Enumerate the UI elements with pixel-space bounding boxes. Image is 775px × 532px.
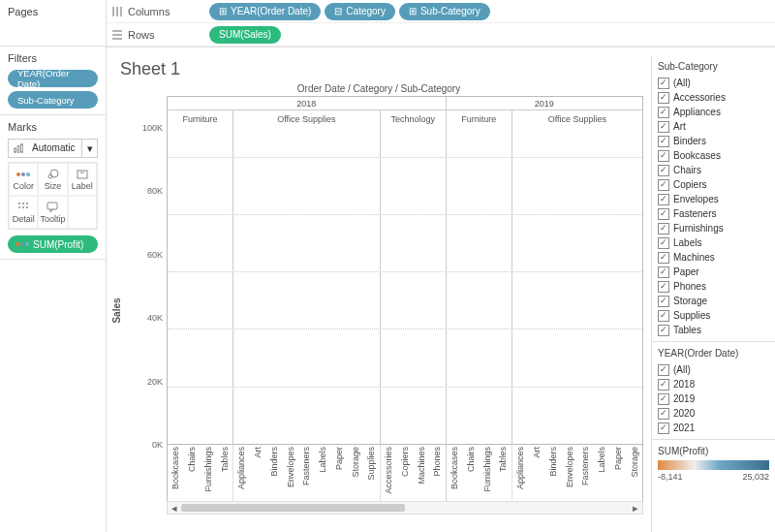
checkbox-icon [658, 208, 669, 220]
profit-gradient[interactable] [658, 460, 769, 470]
rows-shelf[interactable]: Rows SUM(Sales) [107, 23, 775, 47]
checkbox-icon [658, 165, 669, 176]
color-dots-icon [16, 242, 29, 246]
mark-type-dropdown[interactable]: Automatic ▾ [8, 139, 98, 158]
mark-label[interactable]: Label [68, 163, 97, 196]
checkbox-icon [658, 107, 669, 118]
checkbox-icon [658, 364, 669, 376]
filter-checkbox[interactable]: 2020 [658, 406, 769, 421]
filter-checkbox[interactable]: 2018 [658, 377, 769, 391]
row-pill[interactable]: SUM(Sales) [209, 26, 281, 44]
filter-checkbox[interactable]: 2019 [658, 391, 769, 406]
mark-size[interactable]: Size [38, 163, 67, 196]
checkbox-icon [658, 194, 669, 205]
shelves: Columns ⊞YEAR(Order Date)⊟Category⊞Sub-C… [107, 0, 775, 47]
filter-checkbox[interactable]: Supplies [658, 308, 769, 323]
sheet-title[interactable]: Sheet 1 [107, 47, 651, 81]
columns-shelf[interactable]: Columns ⊞YEAR(Order Date)⊟Category⊞Sub-C… [107, 0, 775, 23]
filter-checkbox[interactable]: Storage [658, 294, 769, 308]
svg-point-18 [26, 206, 28, 208]
checkbox-icon [658, 281, 669, 293]
left-panel: Pages Filters YEAR(Order Date)Sub-Catego… [0, 0, 107, 532]
category-header: Office Supplies [233, 110, 381, 128]
filter-checkbox[interactable]: Accessories [658, 90, 769, 105]
y-tick: 60K [147, 250, 163, 260]
filter-checkbox[interactable]: Tables [658, 323, 769, 337]
checkbox-icon [658, 266, 669, 278]
checkbox-icon [658, 296, 669, 307]
checkbox-icon [658, 150, 669, 162]
scroll-right-icon[interactable]: ▸ [629, 502, 642, 515]
pages-title: Pages [8, 6, 98, 17]
filter-checkbox[interactable]: Appliances [658, 105, 769, 119]
filter-checkbox[interactable]: Fasteners [658, 206, 769, 221]
mark-detail[interactable]: Detail [9, 196, 38, 229]
y-tick: 20K [147, 377, 163, 387]
profit-legend-title: SUM(Profit) [658, 446, 769, 456]
checkbox-icon [658, 325, 669, 336]
filter-pill[interactable]: Sub-Category [8, 91, 98, 109]
filter-checkbox[interactable]: Furnishings [658, 221, 769, 235]
mark-tooltip[interactable]: Tooltip [38, 196, 67, 229]
svg-point-15 [26, 203, 28, 204]
pages-card[interactable]: Pages [0, 0, 106, 47]
label-icon [76, 168, 89, 181]
filter-checkbox[interactable]: (All) [658, 362, 769, 377]
marks-title: Marks [8, 121, 98, 133]
chart-body: Sales 0K20K40K60K80K100K 2018FurnitureOf… [114, 96, 643, 515]
right-panel: Sub-Category (All)AccessoriesAppliancesA… [651, 55, 775, 532]
filter-checkbox[interactable]: Binders [658, 134, 769, 148]
svg-point-16 [18, 206, 20, 208]
svg-rect-19 [47, 203, 57, 209]
category-header: Furniture [168, 110, 233, 128]
checkbox-icon [658, 379, 669, 391]
filter-pill[interactable]: YEAR(Order Date) [8, 70, 98, 87]
svg-point-17 [22, 206, 24, 208]
mark-color-pill[interactable]: SUM(Profit) [8, 235, 98, 253]
checkbox-icon [658, 310, 669, 322]
filter-checkbox[interactable]: Envelopes [658, 192, 769, 206]
plus-icon: ⊞ [409, 6, 417, 16]
checkbox-icon [658, 92, 669, 104]
year-filter-title: YEAR(Order Date) [658, 348, 769, 359]
column-pill[interactable]: ⊞Sub-Category [399, 3, 490, 20]
y-tick: 80K [147, 186, 163, 196]
scroll-left-icon[interactable]: ◂ [168, 502, 181, 515]
checkbox-icon [658, 393, 669, 405]
checkbox-icon [658, 223, 669, 235]
profit-min: -8,141 [658, 472, 683, 482]
column-pill[interactable]: ⊞YEAR(Order Date) [209, 3, 321, 20]
mark-type-icon [9, 140, 28, 157]
svg-rect-8 [21, 144, 23, 153]
filter-checkbox[interactable]: Phones [658, 279, 769, 294]
mark-color[interactable]: Color [9, 163, 38, 196]
filter-checkbox[interactable]: Art [658, 119, 769, 134]
columns-label: Columns [107, 5, 203, 18]
filter-checkbox[interactable]: Bookcases [658, 148, 769, 163]
svg-point-13 [18, 203, 20, 204]
category-header: Technology [381, 110, 446, 128]
filter-checkbox[interactable]: Labels [658, 235, 769, 250]
checkbox-icon [658, 237, 669, 249]
column-pill[interactable]: ⊟Category [325, 3, 395, 20]
checkbox-icon [658, 408, 669, 420]
filter-checkbox[interactable]: (All) [658, 76, 769, 90]
filter-checkbox[interactable]: 2021 [658, 421, 769, 435]
columns-icon [110, 5, 124, 18]
horizontal-scrollbar[interactable]: ◂ ▸ [167, 501, 643, 515]
caret-down-icon: ▾ [81, 140, 97, 157]
filter-checkbox[interactable]: Machines [658, 250, 769, 265]
filter-checkbox[interactable]: Chairs [658, 163, 769, 177]
year-header: 2019 [447, 97, 642, 110]
plot-area: 2018FurnitureOffice SuppliesTechnology20… [167, 96, 643, 515]
chart-area: Sheet 1 Order Date / Category / Sub-Cate… [107, 47, 651, 532]
filter-checkbox[interactable]: Copiers [658, 177, 769, 192]
category-header: Office Supplies [512, 110, 642, 128]
svg-rect-7 [17, 145, 19, 152]
y-tick: 0K [152, 440, 163, 450]
filter-subcategory: Sub-Category (All)AccessoriesAppliancesA… [652, 55, 775, 342]
filter-checkbox[interactable]: Paper [658, 265, 769, 279]
y-tick: 100K [142, 123, 163, 133]
subcat-filter-title: Sub-Category [658, 61, 769, 72]
detail-icon [16, 201, 30, 214]
